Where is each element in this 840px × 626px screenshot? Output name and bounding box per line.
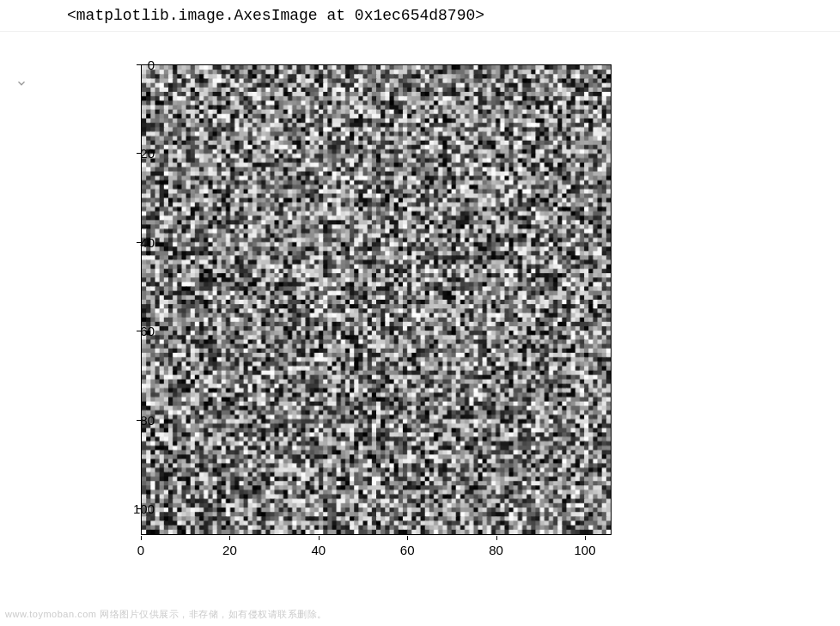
y-tick-mark xyxy=(137,242,141,243)
x-tick-mark xyxy=(407,536,408,540)
x-tick-mark xyxy=(585,536,586,540)
x-tick-mark xyxy=(229,536,230,540)
x-tick-mark xyxy=(496,536,497,540)
y-tick-mark xyxy=(137,420,141,421)
y-tick-mark xyxy=(137,64,141,65)
heatmap-image xyxy=(141,64,612,535)
output-repr-text: <matplotlib.image.AxesImage at 0x1ec654d… xyxy=(0,0,840,32)
x-tick-label: 80 xyxy=(479,543,514,557)
x-tick-label: 0 xyxy=(124,543,158,557)
x-tick-mark xyxy=(319,536,320,540)
plot-axes: 020406080100020406080100 xyxy=(34,49,636,581)
x-tick-label: 60 xyxy=(390,543,424,557)
x-tick-label: 100 xyxy=(568,543,602,557)
y-tick-mark xyxy=(137,331,141,331)
y-tick-mark xyxy=(137,508,141,509)
x-tick-mark xyxy=(141,536,142,540)
x-tick-label: 20 xyxy=(212,543,247,557)
x-tick-label: 40 xyxy=(301,543,336,557)
watermark-text: www.toymoban.com 网络图片仅供展示，非存储，如有侵权请联系删除。 xyxy=(5,608,327,621)
matplotlib-figure: 020406080100020406080100 xyxy=(0,32,840,581)
y-tick-mark xyxy=(137,153,141,154)
